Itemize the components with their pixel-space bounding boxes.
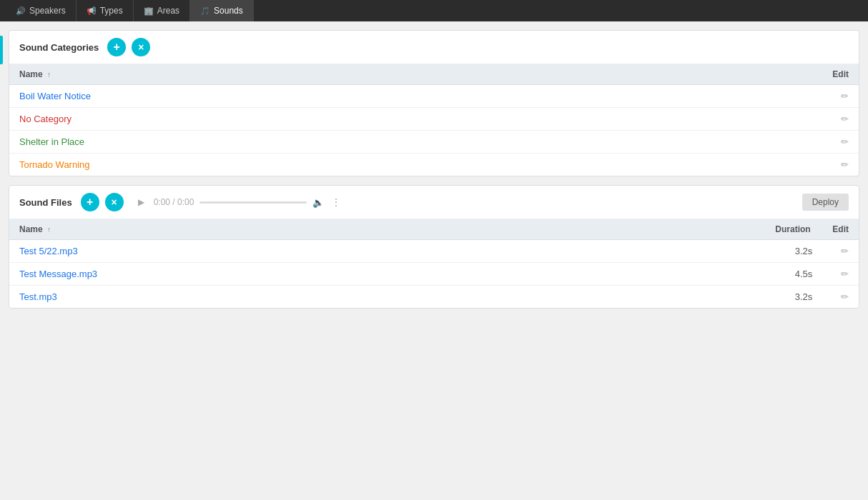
- nav-label-speakers: Speakers: [29, 6, 66, 16]
- col-name-header: Name ↑: [9, 64, 822, 85]
- file-duration: 3.2s: [765, 240, 822, 263]
- table-row: Test.mp3 3.2s ✏: [9, 286, 859, 309]
- category-edit-cell: ✏: [822, 131, 859, 154]
- edit-icon[interactable]: ✏: [841, 136, 849, 147]
- category-name: Boil Water Notice: [9, 85, 822, 108]
- file-edit-cell: ✏: [822, 240, 859, 263]
- add-category-button[interactable]: +: [107, 38, 126, 56]
- edit-icon[interactable]: ✏: [841, 269, 849, 279]
- file-edit-cell: ✏: [822, 286, 859, 309]
- progress-bar[interactable]: [199, 201, 307, 204]
- deploy-button[interactable]: Deploy: [802, 194, 849, 211]
- category-edit-cell: ✏: [822, 108, 859, 131]
- table-row: Tornado Warning ✏: [9, 154, 859, 176]
- table-row: Test 5/22.mp3 3.2s ✏: [9, 240, 859, 263]
- files-col-duration-header: Duration: [765, 219, 822, 240]
- edit-icon[interactable]: ✏: [841, 246, 849, 256]
- name-sort-arrow: ↑: [47, 71, 51, 79]
- file-name: Test 5/22.mp3: [9, 240, 765, 263]
- edit-icon[interactable]: ✏: [841, 159, 849, 170]
- side-nav-accent: [0, 36, 3, 64]
- more-options-icon[interactable]: ⋮: [331, 196, 341, 208]
- main-content: Sound Categories + × Name ↑ Edit Boil Wa…: [0, 21, 868, 500]
- category-name: Tornado Warning: [9, 154, 822, 176]
- files-col-name-header: Name ↑: [9, 219, 765, 240]
- nav-item-areas[interactable]: 🏢 Areas: [134, 0, 190, 21]
- areas-icon: 🏢: [144, 6, 154, 16]
- nav-item-sounds[interactable]: 🎵 Sounds: [190, 0, 254, 21]
- table-row: Boil Water Notice ✏: [9, 85, 859, 108]
- sound-categories-header: Sound Categories + ×: [9, 31, 859, 64]
- play-button[interactable]: ▶: [135, 196, 148, 209]
- col-edit-header: Edit: [822, 64, 859, 85]
- file-duration: 3.2s: [765, 286, 822, 309]
- edit-icon[interactable]: ✏: [841, 114, 849, 124]
- table-row: Test Message.mp3 4.5s ✏: [9, 263, 859, 286]
- types-icon: 📢: [87, 6, 97, 16]
- edit-icon[interactable]: ✏: [841, 291, 849, 302]
- sound-categories-title: Sound Categories: [19, 42, 99, 53]
- categories-table: Name ↑ Edit Boil Water Notice ✏ No Categ…: [9, 64, 859, 176]
- speakers-icon: 🔊: [16, 6, 26, 16]
- sound-files-header: Sound Files + × ▶ 0:00 / 0:00 🔈 ⋮ Deploy: [9, 186, 859, 219]
- nav-item-speakers[interactable]: 🔊 Speakers: [6, 0, 77, 21]
- sound-files-panel: Sound Files + × ▶ 0:00 / 0:00 🔈 ⋮ Deploy…: [9, 185, 859, 309]
- files-name-sort-arrow: ↑: [47, 226, 51, 234]
- nav-bar: 🔊 Speakers 📢 Types 🏢 Areas 🎵 Sounds: [0, 0, 868, 21]
- files-col-edit-header: Edit: [822, 219, 859, 240]
- sound-categories-panel: Sound Categories + × Name ↑ Edit Boil Wa…: [9, 30, 859, 176]
- nav-item-types[interactable]: 📢 Types: [77, 0, 134, 21]
- file-edit-cell: ✏: [822, 263, 859, 286]
- category-edit-cell: ✏: [822, 85, 859, 108]
- file-name: Test.mp3: [9, 286, 765, 309]
- time-display: 0:00 / 0:00: [154, 197, 194, 207]
- category-name: Shelter in Place: [9, 131, 822, 154]
- audio-player: ▶ 0:00 / 0:00 🔈 ⋮: [135, 196, 797, 209]
- edit-icon[interactable]: ✏: [841, 91, 849, 101]
- volume-icon[interactable]: 🔈: [312, 197, 324, 208]
- sound-files-title: Sound Files: [19, 197, 72, 208]
- sounds-icon: 🎵: [200, 6, 210, 16]
- nav-label-areas: Areas: [157, 6, 179, 16]
- add-file-button[interactable]: +: [81, 193, 99, 211]
- table-row: Shelter in Place ✏: [9, 131, 859, 154]
- category-name: No Category: [9, 108, 822, 131]
- file-duration: 4.5s: [765, 263, 822, 286]
- close-file-button[interactable]: ×: [105, 193, 124, 211]
- nav-label-types: Types: [100, 6, 123, 16]
- files-table: Name ↑ Duration Edit Test 5/22.mp3 3.2s …: [9, 219, 859, 308]
- category-edit-cell: ✏: [822, 154, 859, 176]
- nav-label-sounds: Sounds: [214, 6, 243, 16]
- table-row: No Category ✏: [9, 108, 859, 131]
- file-name: Test Message.mp3: [9, 263, 765, 286]
- close-category-button[interactable]: ×: [132, 38, 150, 56]
